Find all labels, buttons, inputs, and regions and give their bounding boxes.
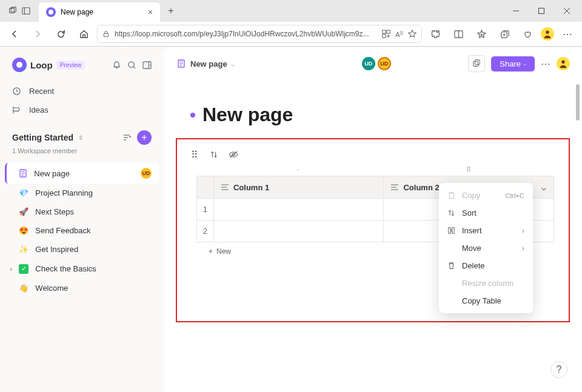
- breadcrumb[interactable]: New page ⌵: [176, 58, 235, 69]
- svg-point-16: [129, 61, 134, 67]
- home-button[interactable]: [74, 24, 93, 44]
- svg-rect-5: [539, 8, 544, 14]
- page-emoji: 👋: [18, 284, 29, 293]
- presence-avatar-2[interactable]: UD: [378, 57, 391, 70]
- refresh-button[interactable]: [51, 24, 70, 44]
- column-2-label: Column 2: [403, 183, 439, 192]
- apps-icon[interactable]: [382, 30, 390, 38]
- page-emoji: ✨: [18, 245, 29, 254]
- title-bullet-icon: [190, 113, 195, 118]
- back-button[interactable]: [5, 24, 24, 44]
- breadcrumb-label: New page: [190, 59, 227, 68]
- panel-icon[interactable]: [142, 61, 152, 70]
- sidebar-page-item[interactable]: ›✨Get Inspired: [5, 240, 159, 259]
- sidebar-header: Loop Preview: [0, 54, 164, 78]
- sidebar-page-item[interactable]: ›🚀Next Steps: [5, 202, 159, 221]
- workspace-header: Getting Started ⇳ +: [0, 123, 164, 147]
- menu-label: Delete: [462, 261, 485, 270]
- help-button[interactable]: ?: [550, 361, 567, 378]
- more-icon[interactable]: ⋯: [558, 24, 577, 44]
- table-cell[interactable]: [213, 221, 384, 242]
- user-avatar[interactable]: [557, 57, 570, 70]
- text-type-icon: [221, 184, 229, 190]
- page-label: New page: [34, 169, 70, 178]
- row-number[interactable]: 2: [197, 221, 214, 242]
- new-tab-button[interactable]: +: [162, 2, 179, 19]
- col2-drag-handle[interactable]: ⠿: [384, 166, 554, 176]
- table-toolbar: ⠿: [184, 149, 561, 166]
- search-icon[interactable]: [127, 61, 136, 70]
- drag-handle-icon[interactable]: ⠿: [189, 149, 200, 160]
- chevron-down-icon[interactable]: ⌵: [231, 61, 235, 67]
- table-cell[interactable]: [213, 199, 384, 221]
- browser-toolbar: https://loop.microsoft.com/p/eyJ3Ijp7InU…: [0, 22, 582, 46]
- menu-item-copy-table[interactable]: Copy Table: [439, 292, 533, 310]
- plus-icon: +: [209, 247, 213, 256]
- corner-cell: [197, 176, 214, 199]
- add-row-label: New: [216, 247, 231, 256]
- page-label: Next Steps: [35, 207, 74, 216]
- minimize-button[interactable]: [503, 2, 529, 20]
- svg-rect-9: [383, 30, 386, 33]
- col1-drag-handle[interactable]: ·: [213, 166, 384, 176]
- svg-point-34: [561, 61, 564, 64]
- workspace-title[interactable]: Getting Started: [12, 133, 73, 142]
- donate-icon[interactable]: [518, 24, 537, 44]
- tab-close-icon[interactable]: ×: [148, 7, 153, 17]
- app-name: Loop: [30, 60, 53, 70]
- menu-item-move[interactable]: Move›: [439, 239, 533, 257]
- maximize-button[interactable]: [529, 2, 554, 20]
- more-options-icon[interactable]: ⋯: [541, 58, 550, 70]
- page-label: Welcome: [35, 284, 68, 293]
- url-text: https://loop.microsoft.com/p/eyJ3Ijp7InU…: [115, 30, 377, 38]
- sidebar-page-item[interactable]: ›💎Project Planning: [5, 184, 159, 202]
- share-button[interactable]: Share⌵: [491, 56, 535, 71]
- row-number[interactable]: 1: [197, 199, 214, 221]
- sidebar-page-item[interactable]: ›✓Check the Basics: [5, 259, 159, 279]
- recent-link[interactable]: Recent: [12, 82, 152, 101]
- tab-bar: New page × +: [0, 0, 582, 22]
- menu-item-resize-column: Resize column: [439, 274, 533, 292]
- favorite-icon[interactable]: [408, 30, 416, 38]
- sort-icon[interactable]: [122, 134, 132, 141]
- sidebar-page-item[interactable]: ›👋Welcome: [5, 279, 159, 297]
- add-page-button[interactable]: +: [137, 130, 152, 145]
- svg-line-17: [133, 67, 135, 68]
- workspace-expand-icon[interactable]: ⇳: [78, 135, 83, 141]
- sort-icon[interactable]: [209, 149, 219, 160]
- read-aloud-icon[interactable]: A)): [395, 30, 403, 38]
- chevron-down-icon[interactable]: ⌵: [541, 183, 546, 192]
- close-window-button[interactable]: [554, 2, 580, 20]
- split-icon[interactable]: [449, 24, 468, 44]
- favorites-icon[interactable]: [472, 24, 491, 44]
- chevron-down-icon: ⌵: [523, 61, 526, 67]
- visibility-icon[interactable]: [228, 149, 239, 160]
- page-icon: [18, 168, 28, 178]
- page-title[interactable]: New page: [202, 104, 293, 126]
- page-label: Send Feedback: [35, 226, 90, 235]
- ideas-link[interactable]: Ideas: [12, 101, 152, 119]
- sidebar-toggle-icon[interactable]: [22, 7, 30, 15]
- menu-item-delete[interactable]: Delete: [439, 257, 533, 274]
- svg-rect-32: [473, 62, 478, 67]
- menu-label: Insert: [462, 226, 482, 235]
- collections-icon[interactable]: [495, 24, 514, 44]
- tab-actions-icon[interactable]: [8, 7, 17, 15]
- sidebar-page-item[interactable]: ›New pageUD: [5, 163, 159, 184]
- menu-item-insert[interactable]: Insert›: [439, 222, 533, 239]
- sidebar-page-item[interactable]: ›😍Send Feedback: [5, 221, 159, 240]
- presence-avatar-1[interactable]: UD: [362, 57, 375, 70]
- loop-app: Loop Preview Recent Ideas Getting Starte…: [0, 47, 582, 392]
- menu-item-copy: CopyCtrl+C: [439, 187, 533, 204]
- check-icon: ✓: [18, 264, 29, 274]
- url-bar[interactable]: https://loop.microsoft.com/p/eyJ3Ijp7InU…: [97, 25, 422, 43]
- profile-avatar[interactable]: [541, 27, 554, 41]
- browser-tab[interactable]: New page ×: [39, 2, 160, 22]
- delete-icon: [447, 262, 456, 270]
- component-icon[interactable]: [468, 55, 485, 72]
- column-header-1[interactable]: Column 1: [213, 176, 384, 199]
- forward-button[interactable]: [28, 24, 47, 44]
- menu-item-sort[interactable]: Sort: [439, 204, 533, 222]
- notifications-icon[interactable]: [112, 61, 121, 70]
- extensions-icon[interactable]: [426, 24, 445, 44]
